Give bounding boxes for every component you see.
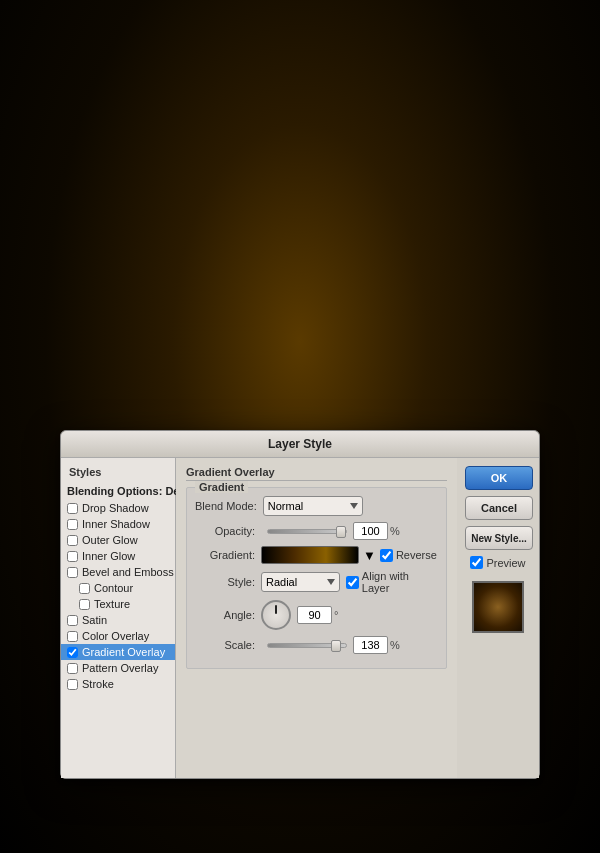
align-with-layer-label[interactable]: Align with Layer — [346, 570, 438, 594]
gradient-preview-swatch[interactable] — [261, 546, 359, 564]
opacity-label: Opacity: — [195, 525, 255, 537]
bevel-emboss-checkbox[interactable] — [67, 567, 78, 578]
sidebar-item-inner-shadow[interactable]: Inner Shadow — [61, 516, 175, 532]
opacity-input[interactable] — [353, 522, 388, 540]
angle-input[interactable] — [297, 606, 332, 624]
opacity-unit: % — [390, 525, 400, 537]
gradient-row: Gradient: ▼ Reverse — [195, 546, 438, 564]
gradient-dropdown-arrow[interactable]: ▼ — [363, 548, 376, 563]
dialog-titlebar: Layer Style — [61, 431, 539, 458]
drop-shadow-label: Drop Shadow — [82, 502, 149, 514]
texture-checkbox[interactable] — [79, 599, 90, 610]
settings-panel: Gradient Overlay Gradient Blend Mode: No… — [176, 458, 457, 778]
scale-label: Scale: — [195, 639, 255, 651]
reverse-checkbox[interactable] — [380, 549, 393, 562]
outer-glow-checkbox[interactable] — [67, 535, 78, 546]
angle-dial[interactable] — [261, 600, 291, 630]
pattern-overlay-checkbox[interactable] — [67, 663, 78, 674]
gradient-subsection-title: Gradient — [195, 481, 248, 493]
align-with-layer-checkbox[interactable] — [346, 576, 359, 589]
preview-checkbox[interactable] — [470, 556, 483, 569]
angle-label: Angle: — [195, 609, 255, 621]
angle-degree: ° — [334, 609, 338, 621]
sidebar-item-satin[interactable]: Satin — [61, 612, 175, 628]
sidebar-item-outer-glow[interactable]: Outer Glow — [61, 532, 175, 548]
scale-thumb — [331, 640, 341, 652]
new-style-button[interactable]: New Style... — [465, 526, 533, 550]
scale-unit: % — [390, 639, 400, 651]
sidebar-item-blending-options[interactable]: Blending Options: Default — [61, 482, 175, 500]
gradient-subsection: Gradient Blend Mode: Normal Dissolve Mul… — [186, 487, 447, 669]
dialog-body: Styles Blending Options: Default Drop Sh… — [61, 458, 539, 778]
align-with-layer-text: Align with Layer — [362, 570, 438, 594]
sidebar-item-color-overlay[interactable]: Color Overlay — [61, 628, 175, 644]
styles-panel: Styles Blending Options: Default Drop Sh… — [61, 458, 176, 778]
blend-mode-row: Blend Mode: Normal Dissolve Multiply Scr… — [195, 496, 438, 516]
inner-glow-label: Inner Glow — [82, 550, 135, 562]
inner-shadow-checkbox[interactable] — [67, 519, 78, 530]
outer-glow-label: Outer Glow — [82, 534, 138, 546]
sidebar-item-stroke[interactable]: Stroke — [61, 676, 175, 692]
dialog-title: Layer Style — [268, 437, 332, 451]
ok-button[interactable]: OK — [465, 466, 533, 490]
sidebar-item-bevel-emboss[interactable]: Bevel and Emboss — [61, 564, 175, 580]
sidebar-item-texture[interactable]: Texture — [61, 596, 175, 612]
opacity-slider[interactable] — [267, 529, 347, 534]
preview-thumbnail — [472, 581, 524, 633]
layer-style-dialog: Layer Style Styles Blending Options: Def… — [60, 430, 540, 779]
sidebar-item-drop-shadow[interactable]: Drop Shadow — [61, 500, 175, 516]
sidebar-item-contour[interactable]: Contour — [61, 580, 175, 596]
style-select[interactable]: Linear Radial Angle Reflected Diamond — [261, 572, 340, 592]
angle-row: Angle: ° — [195, 600, 438, 630]
opacity-row: Opacity: % — [195, 522, 438, 540]
pattern-overlay-label: Pattern Overlay — [82, 662, 158, 674]
preview-text: Preview — [486, 557, 525, 569]
gradient-overlay-label: Gradient Overlay — [82, 646, 165, 658]
contour-checkbox[interactable] — [79, 583, 90, 594]
stroke-checkbox[interactable] — [67, 679, 78, 690]
blend-mode-select[interactable]: Normal Dissolve Multiply Screen Overlay — [263, 496, 363, 516]
opacity-thumb — [336, 526, 346, 538]
texture-label: Texture — [94, 598, 130, 610]
preview-label[interactable]: Preview — [470, 556, 525, 569]
gradient-overlay-checkbox[interactable] — [67, 647, 78, 658]
drop-shadow-checkbox[interactable] — [67, 503, 78, 514]
stroke-label: Stroke — [82, 678, 114, 690]
right-panel: OK Cancel New Style... Preview — [457, 458, 539, 778]
scale-slider[interactable] — [267, 643, 347, 648]
contour-label: Contour — [94, 582, 133, 594]
blend-mode-label: Blend Mode: — [195, 500, 257, 512]
sidebar-item-inner-glow[interactable]: Inner Glow — [61, 548, 175, 564]
style-row: Style: Linear Radial Angle Reflected Dia… — [195, 570, 438, 594]
inner-shadow-label: Inner Shadow — [82, 518, 150, 530]
scale-row: Scale: % — [195, 636, 438, 654]
sidebar-item-gradient-overlay[interactable]: Gradient Overlay — [61, 644, 175, 660]
preview-section: Preview — [465, 556, 531, 633]
color-overlay-label: Color Overlay — [82, 630, 149, 642]
styles-panel-header: Styles — [61, 462, 175, 482]
gradient-field-label: Gradient: — [195, 549, 255, 561]
gradient-overlay-section-title: Gradient Overlay — [186, 466, 447, 481]
reverse-text: Reverse — [396, 549, 437, 561]
satin-label: Satin — [82, 614, 107, 626]
scale-input[interactable] — [353, 636, 388, 654]
sidebar-item-pattern-overlay[interactable]: Pattern Overlay — [61, 660, 175, 676]
style-label: Style: — [195, 576, 255, 588]
satin-checkbox[interactable] — [67, 615, 78, 626]
cancel-button[interactable]: Cancel — [465, 496, 533, 520]
reverse-label[interactable]: Reverse — [380, 549, 437, 562]
color-overlay-checkbox[interactable] — [67, 631, 78, 642]
bevel-emboss-label: Bevel and Emboss — [82, 566, 174, 578]
inner-glow-checkbox[interactable] — [67, 551, 78, 562]
